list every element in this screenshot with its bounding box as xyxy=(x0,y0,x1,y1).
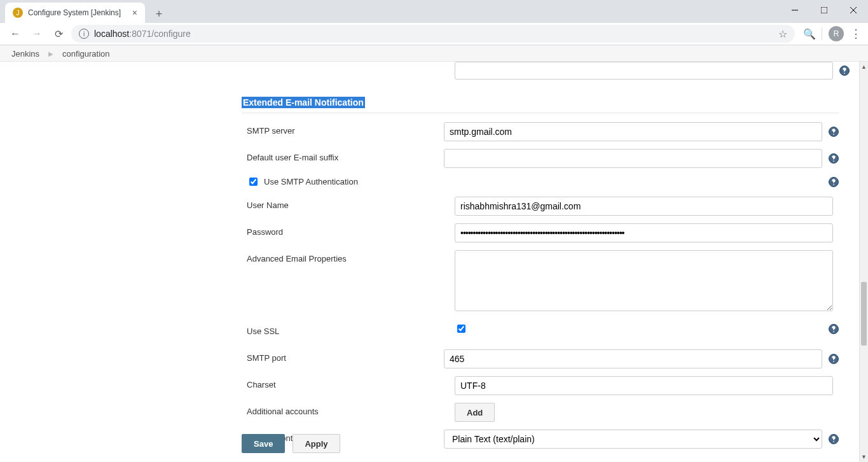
default-content-type-select[interactable]: Plain Text (text/plain) xyxy=(444,430,822,449)
password-input[interactable] xyxy=(455,223,833,242)
smtp-port-label: SMTP port xyxy=(242,349,444,363)
address-bar[interactable]: i localhost:8071/configure ☆ xyxy=(71,25,795,43)
bottom-button-bar: Save Apply xyxy=(242,434,340,453)
help-icon[interactable] xyxy=(839,66,850,76)
help-icon[interactable] xyxy=(829,324,839,334)
smtp-port-input[interactable] xyxy=(444,349,822,368)
vertical-scrollbar[interactable]: ▲ ▼ xyxy=(859,62,868,462)
site-info-icon[interactable]: i xyxy=(79,29,89,39)
browser-chrome: J Configure System [Jenkins] × + ← → ⟳ i… xyxy=(0,0,868,45)
charset-row: Charset xyxy=(242,376,839,395)
browser-toolbar: ← → ⟳ i localhost:8071/configure ☆ 🔍 R ⋮ xyxy=(0,23,868,45)
apply-button[interactable]: Apply xyxy=(293,434,340,453)
section-divider xyxy=(242,113,839,113)
password-row: Password xyxy=(242,223,839,242)
breadcrumb-separator-icon: ▶ xyxy=(48,50,53,57)
password-label: Password xyxy=(242,223,455,237)
window-controls xyxy=(780,0,868,23)
breadcrumb-current[interactable]: configuration xyxy=(62,49,109,59)
default-suffix-row: Default user E-mail suffix xyxy=(242,149,839,168)
tab-title: Configure System [Jenkins] xyxy=(28,8,121,17)
adv-email-props-row: Advanced Email Properties xyxy=(242,250,839,311)
url-rest: :8071/configure xyxy=(129,29,191,39)
profile-avatar[interactable]: R xyxy=(829,26,844,41)
back-button[interactable]: ← xyxy=(6,25,24,43)
content: Extended E-mail Notification SMTP server… xyxy=(0,62,859,462)
adv-email-props-textarea[interactable] xyxy=(455,250,833,311)
scroll-down-arrow-icon[interactable]: ▼ xyxy=(860,452,868,462)
search-in-page-icon[interactable]: 🔍 xyxy=(804,28,815,39)
smtp-port-row: SMTP port xyxy=(242,349,839,368)
browser-menu-icon[interactable]: ⋮ xyxy=(850,27,862,41)
smtp-server-label: SMTP server xyxy=(242,122,444,136)
default-suffix-input[interactable] xyxy=(444,149,822,168)
scroll-thumb[interactable] xyxy=(861,282,867,346)
window-minimize-button[interactable] xyxy=(780,0,809,20)
charset-input[interactable] xyxy=(455,376,833,395)
help-icon[interactable] xyxy=(829,127,839,137)
close-tab-icon[interactable]: × xyxy=(132,8,137,18)
help-icon[interactable] xyxy=(829,153,839,164)
window-close-button[interactable] xyxy=(839,0,868,20)
additional-accounts-label: Additional accounts xyxy=(242,403,455,416)
page-viewport: Jenkins ▶ configuration Extended E-mail … xyxy=(0,45,868,462)
charset-label: Charset xyxy=(242,376,455,389)
section-title: Extended E-mail Notification xyxy=(242,97,839,108)
url-host: localhost xyxy=(94,29,129,39)
window-maximize-button[interactable] xyxy=(809,0,839,20)
user-name-label: User Name xyxy=(242,197,455,210)
new-tab-button[interactable]: + xyxy=(150,5,168,23)
browser-tab[interactable]: J Configure System [Jenkins] × xyxy=(5,3,145,23)
svg-rect-1 xyxy=(821,7,827,13)
forward-button[interactable]: → xyxy=(28,25,46,43)
use-ssl-label: Use SSL xyxy=(242,323,455,336)
previous-field-row xyxy=(242,62,839,80)
add-account-button[interactable]: Add xyxy=(455,403,495,422)
smtp-server-row: SMTP server xyxy=(242,122,839,141)
scroll-up-arrow-icon[interactable]: ▲ xyxy=(860,62,868,72)
additional-accounts-row: Additional accounts Add xyxy=(242,403,839,422)
tab-strip: J Configure System [Jenkins] × + xyxy=(0,0,868,23)
breadcrumb: Jenkins ▶ configuration xyxy=(0,45,868,62)
use-ssl-checkbox[interactable] xyxy=(457,325,465,333)
use-smtp-auth-checkbox[interactable] xyxy=(249,178,258,186)
use-smtp-auth-row: Use SMTP Authentication xyxy=(242,176,839,188)
previous-field-input[interactable] xyxy=(455,62,833,80)
use-ssl-row: Use SSL xyxy=(242,323,839,342)
user-name-input[interactable] xyxy=(455,197,833,216)
save-button[interactable]: Save xyxy=(242,434,285,453)
adv-email-props-label: Advanced Email Properties xyxy=(242,250,455,263)
help-icon[interactable] xyxy=(829,434,839,444)
smtp-server-input[interactable] xyxy=(444,122,822,141)
user-name-row: User Name xyxy=(242,197,839,216)
help-icon[interactable] xyxy=(829,354,839,364)
reload-button[interactable]: ⟳ xyxy=(50,25,67,43)
default-suffix-label: Default user E-mail suffix xyxy=(242,149,444,162)
toolbar-divider xyxy=(822,27,822,40)
jenkins-favicon: J xyxy=(13,8,23,18)
bookmark-star-icon[interactable]: ☆ xyxy=(778,28,787,40)
toolbar-right-icons: 🔍 R ⋮ xyxy=(799,26,862,41)
scroll-track[interactable] xyxy=(860,72,868,452)
use-smtp-auth-label: Use SMTP Authentication xyxy=(264,177,358,186)
help-icon[interactable] xyxy=(829,177,839,187)
breadcrumb-root[interactable]: Jenkins xyxy=(11,49,39,59)
